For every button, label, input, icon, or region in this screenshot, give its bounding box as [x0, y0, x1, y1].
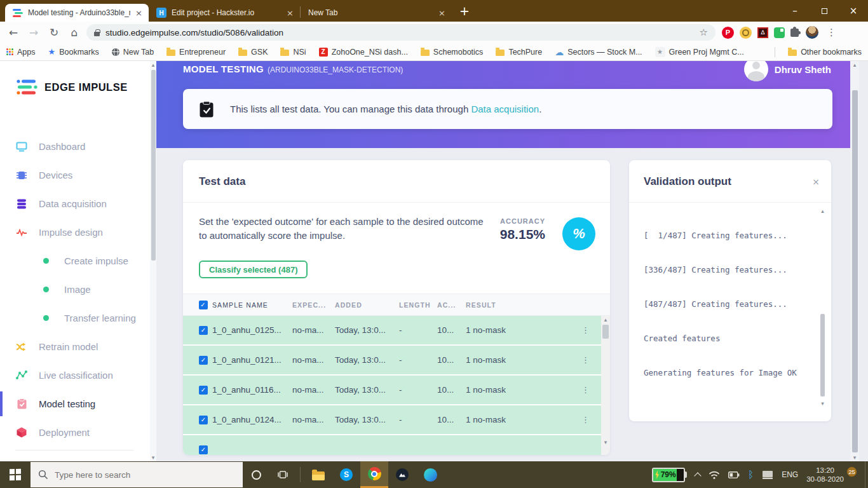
- table-row[interactable]: ✓ 1_0_anhu_0121... no-ma... Today, 13:0.…: [183, 346, 610, 376]
- bookmark-new-tab[interactable]: New Tab: [112, 48, 154, 57]
- skype-button[interactable]: S: [332, 461, 360, 488]
- column-header-sample-name[interactable]: SAMPLE NAME: [212, 301, 292, 309]
- url-text[interactable]: studio.edgeimpulse.com/studio/5086/valid…: [105, 28, 694, 37]
- scrollbar-thumb[interactable]: [852, 90, 858, 452]
- scroll-down-icon[interactable]: ▾: [853, 454, 857, 461]
- bookmark-entrepreneur[interactable]: Entrepreneur: [166, 48, 226, 57]
- page-scrollbar[interactable]: ▴ ▾: [850, 61, 859, 461]
- evernote-extension-icon[interactable]: [774, 27, 785, 38]
- clock[interactable]: 13:20 30-08-2020: [806, 466, 844, 484]
- row-checkbox[interactable]: ✓: [199, 326, 208, 335]
- sidebar-item-image[interactable]: Image: [0, 275, 150, 304]
- taskbar-search[interactable]: [31, 462, 243, 487]
- table-scrollbar[interactable]: ▴ ▾: [601, 316, 610, 455]
- scroll-down-icon[interactable]: ▾: [152, 454, 155, 461]
- scrollbar-thumb[interactable]: [602, 325, 609, 339]
- display-icon[interactable]: [762, 470, 773, 479]
- cortana-button[interactable]: [243, 461, 269, 488]
- battery-indicator[interactable]: 79%: [652, 468, 687, 482]
- bookmark-schemobotics[interactable]: Schemobotics: [421, 48, 484, 57]
- task-view-button[interactable]: [269, 461, 296, 488]
- select-all-checkbox[interactable]: ✓: [199, 301, 208, 309]
- scroll-up-icon[interactable]: ▴: [152, 61, 155, 69]
- reload-icon[interactable]: ↻: [46, 26, 62, 39]
- row-menu-icon[interactable]: ⋮: [581, 385, 590, 395]
- bookmark-zohoone[interactable]: Z ZohoOne_NSi dash...: [319, 48, 408, 57]
- chrome-button[interactable]: [360, 461, 388, 488]
- table-row[interactable]: ✓ 1_0_anhu_0125... no-ma... Today, 13:0.…: [183, 316, 610, 346]
- sidebar-item-create-impulse[interactable]: Create impulse: [0, 247, 150, 275]
- edge-button[interactable]: [416, 461, 444, 488]
- column-header-expected[interactable]: EXPEC...: [292, 301, 335, 309]
- scroll-up-icon[interactable]: ▴: [853, 61, 857, 69]
- user-menu[interactable]: Dhruv Sheth: [744, 61, 831, 81]
- row-menu-icon[interactable]: ⋮: [581, 355, 590, 365]
- sidebar-item-retrain-model[interactable]: Retrain model: [0, 332, 150, 361]
- scroll-up-icon[interactable]: ▴: [821, 207, 824, 215]
- search-input[interactable]: [55, 470, 214, 480]
- column-header-accuracy[interactable]: AC...: [437, 301, 466, 309]
- start-button[interactable]: [0, 461, 31, 488]
- minimize-button[interactable]: –: [780, 0, 810, 22]
- pinterest-extension-icon[interactable]: P: [722, 27, 734, 39]
- tab-close-icon[interactable]: ×: [438, 8, 445, 18]
- bookmark-green-proj[interactable]: ★ Green Proj Mgmt C...: [655, 47, 744, 57]
- bookmark-bookmarks[interactable]: ★ Bookmarks: [48, 47, 99, 57]
- validation-console[interactable]: [ 1/487] Creating features... [336/487] …: [644, 207, 805, 421]
- sidebar-item-data-acquisition[interactable]: Data acquisition: [0, 189, 150, 218]
- extensions-puzzle-icon[interactable]: [790, 29, 799, 37]
- bookmark-star-icon[interactable]: ☆: [700, 27, 708, 38]
- tray-expand-icon[interactable]: [694, 472, 701, 479]
- show-desktop-button[interactable]: [865, 461, 868, 488]
- language-indicator[interactable]: ENG: [782, 470, 798, 479]
- sidebar-item-live-classification[interactable]: Live classification: [0, 361, 150, 390]
- scrollbar-thumb[interactable]: [151, 70, 156, 261]
- new-tab-button[interactable]: +: [459, 4, 470, 18]
- table-row[interactable]: ✓ 1_0_anhu_0116... no-ma... Today, 13:0.…: [183, 376, 610, 405]
- table-row[interactable]: ✓ 1_0_anhu_0124... no-ma... Today, 13:0.…: [183, 405, 610, 435]
- wifi-icon[interactable]: [709, 471, 720, 479]
- data-acquisition-link[interactable]: Data acquisition: [471, 104, 539, 114]
- browser-menu-icon[interactable]: ⋮: [824, 27, 839, 38]
- sidebar-item-dashboard[interactable]: Dashboard: [0, 132, 150, 161]
- forward-icon[interactable]: →: [25, 26, 42, 39]
- bluetooth-icon[interactable]: ᛒ: [748, 469, 754, 480]
- other-bookmarks[interactable]: Other bookmarks: [788, 48, 862, 57]
- scroll-down-icon[interactable]: ▾: [821, 400, 824, 407]
- sidebar-item-model-testing[interactable]: Model testing: [0, 390, 150, 418]
- bookmark-apps[interactable]: Apps: [6, 48, 36, 57]
- profile-avatar[interactable]: [806, 26, 818, 39]
- key-extension-icon[interactable]: [740, 27, 752, 39]
- sidebar-scrollbar[interactable]: ▴ ▾: [150, 61, 156, 461]
- scroll-down-icon[interactable]: ▾: [604, 438, 607, 446]
- sidebar-item-devices[interactable]: Devices: [0, 161, 150, 189]
- user-avatar[interactable]: [744, 61, 768, 81]
- column-header-result[interactable]: RESULT: [466, 301, 561, 309]
- edge-impulse-logo[interactable]: EDGE IMPULSE: [17, 79, 128, 95]
- bookmark-techpure[interactable]: TechPure: [496, 48, 542, 57]
- row-checkbox[interactable]: ✓: [199, 386, 208, 395]
- sidebar-item-transfer-learning[interactable]: Transfer learning: [0, 304, 150, 332]
- file-explorer-button[interactable]: [304, 461, 332, 488]
- home-icon[interactable]: ⌂: [66, 26, 83, 39]
- battery-tray-icon[interactable]: [728, 471, 740, 478]
- back-icon[interactable]: ←: [5, 26, 22, 39]
- photos-button[interactable]: [388, 461, 416, 488]
- scroll-up-icon[interactable]: ▴: [604, 316, 607, 323]
- restore-button[interactable]: [810, 0, 839, 22]
- scrollbar-thumb[interactable]: [820, 314, 825, 396]
- sidebar-item-deployment[interactable]: Deployment: [0, 418, 150, 447]
- row-menu-icon[interactable]: ⋮: [581, 325, 590, 335]
- address-bar[interactable]: studio.edgeimpulse.com/studio/5086/valid…: [86, 24, 715, 41]
- bookmark-nsi[interactable]: NSi: [280, 48, 306, 57]
- column-header-added[interactable]: ADDED: [335, 301, 399, 309]
- row-checkbox[interactable]: ✓: [199, 356, 208, 365]
- table-row-partial[interactable]: ✓: [183, 435, 610, 455]
- classify-selected-button[interactable]: Classify selected (487): [199, 261, 308, 278]
- acrobat-extension-icon[interactable]: ∆: [757, 27, 768, 38]
- row-checkbox[interactable]: ✓: [199, 445, 208, 454]
- tab-model-testing[interactable]: Model testing - Arduino33ble_ma ×: [5, 4, 149, 22]
- bookmark-gsk[interactable]: GSK: [238, 48, 268, 57]
- close-panel-icon[interactable]: ×: [812, 177, 820, 187]
- bookmark-sectors[interactable]: ☁ Sectors — Stock M...: [555, 48, 642, 57]
